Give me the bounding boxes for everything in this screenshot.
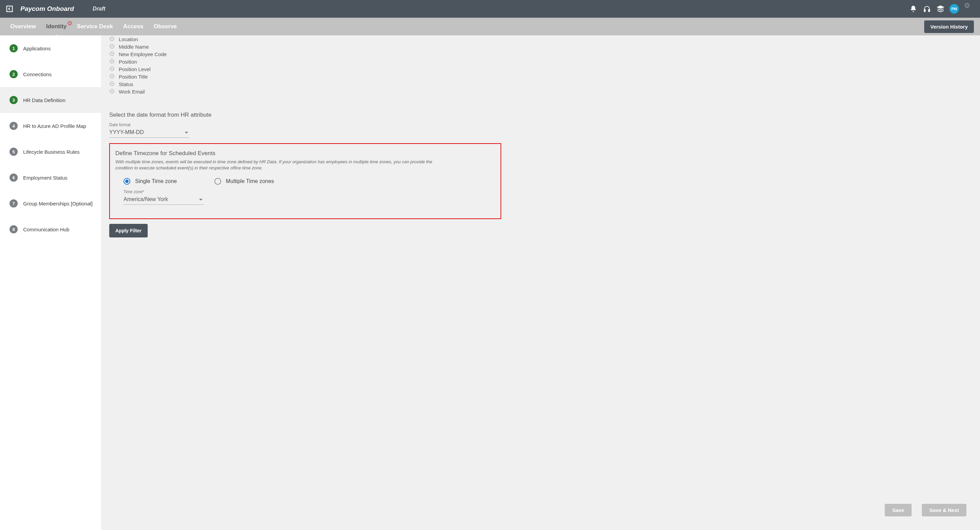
sidebar-step-connections[interactable]: 2 Connections bbox=[0, 61, 101, 87]
timezone-title: Define Timezone for Scheduled Events bbox=[115, 150, 495, 157]
attribute-name: New Employee Code bbox=[119, 51, 167, 57]
radio-icon bbox=[215, 178, 221, 185]
list-item: Middle Name bbox=[109, 43, 501, 50]
radio-icon bbox=[124, 178, 130, 185]
remove-icon[interactable] bbox=[109, 59, 115, 65]
step-badge: 3 bbox=[10, 96, 18, 104]
attribute-name: Location bbox=[119, 36, 138, 42]
step-badge: 6 bbox=[10, 173, 18, 182]
attribute-name: Work Email bbox=[119, 89, 145, 95]
remove-icon[interactable] bbox=[109, 44, 115, 50]
radio-label: Multiple Time zones bbox=[226, 178, 274, 184]
sidebar: 1 Applications 2 Connections 3 HR Data D… bbox=[0, 35, 101, 530]
remove-icon[interactable] bbox=[109, 36, 115, 42]
list-item: New Employee Code bbox=[109, 50, 501, 58]
footer-buttons: Save Save & Next bbox=[885, 504, 966, 516]
list-item: Position Level bbox=[109, 65, 501, 73]
svg-point-8 bbox=[69, 24, 70, 24]
date-format-value: YYYY-MM-DD bbox=[109, 129, 144, 135]
alert-icon bbox=[67, 21, 72, 25]
tab-observe[interactable]: Observe bbox=[150, 18, 181, 35]
radio-multiple-timezones[interactable]: Multiple Time zones bbox=[215, 178, 274, 185]
step-label: HR Data Definition bbox=[23, 97, 65, 103]
date-format-label: Date format bbox=[109, 122, 501, 127]
attribute-name: Status bbox=[119, 81, 134, 87]
chevron-down-icon bbox=[199, 199, 202, 201]
svg-rect-1 bbox=[924, 10, 926, 11]
svg-rect-2 bbox=[929, 10, 930, 11]
back-icon[interactable] bbox=[3, 2, 16, 16]
version-history-button[interactable]: Version History bbox=[924, 21, 974, 33]
step-badge: 4 bbox=[10, 122, 18, 130]
date-format-heading: Select the date format from HR attribute bbox=[109, 111, 501, 118]
sidebar-step-applications[interactable]: 1 Applications bbox=[0, 35, 101, 61]
sidebar-step-hr-data-definition[interactable]: 3 HR Data Definition bbox=[0, 87, 101, 113]
stack-icon[interactable] bbox=[934, 3, 947, 15]
remove-icon[interactable] bbox=[109, 51, 115, 57]
tab-identity-label: Identity bbox=[46, 23, 67, 30]
tab-overview[interactable]: Overview bbox=[6, 18, 40, 35]
step-label: Lifecycle Business Rules bbox=[23, 149, 80, 155]
attribute-name: Position bbox=[119, 59, 137, 65]
attribute-name: Middle Name bbox=[119, 44, 149, 50]
step-label: HR to Azure AD Profile Map bbox=[23, 123, 86, 129]
step-label: Connections bbox=[23, 71, 51, 77]
main-panel: Location Middle Name New Employee Code P… bbox=[101, 35, 980, 530]
remove-icon[interactable] bbox=[109, 81, 115, 87]
remove-icon[interactable] bbox=[109, 89, 115, 95]
step-label: Employment Status bbox=[23, 175, 67, 181]
bell-icon[interactable] bbox=[907, 3, 920, 15]
svg-rect-0 bbox=[7, 6, 13, 12]
radio-single-timezone[interactable]: Single Time zone bbox=[124, 178, 177, 185]
radio-label: Single Time zone bbox=[135, 178, 177, 184]
timezone-select[interactable]: America/New York bbox=[124, 195, 204, 205]
sidebar-step-communication-hub[interactable]: 8 Communication Hub bbox=[0, 216, 101, 242]
sidebar-step-lifecycle-rules[interactable]: 5 Lifecycle Business Rules bbox=[0, 139, 101, 165]
draft-status: Draft bbox=[92, 6, 105, 12]
attribute-list: Location Middle Name New Employee Code P… bbox=[109, 35, 501, 95]
avatar[interactable]: PM bbox=[950, 4, 959, 14]
step-badge: 8 bbox=[10, 225, 18, 233]
app-title: Paycom Onboard bbox=[21, 5, 74, 13]
step-badge: 1 bbox=[10, 44, 18, 52]
remove-icon[interactable] bbox=[109, 66, 115, 72]
date-format-select[interactable]: YYYY-MM-DD bbox=[109, 128, 189, 138]
list-item: Position Title bbox=[109, 73, 501, 80]
list-item: Status bbox=[109, 80, 501, 88]
attribute-name: Position Title bbox=[119, 74, 148, 79]
sidebar-step-group-memberships[interactable]: 7 Group Memberships [Optional] bbox=[0, 190, 101, 216]
step-badge: 7 bbox=[10, 199, 18, 208]
attribute-name: Position Level bbox=[119, 66, 150, 72]
step-badge: 5 bbox=[10, 148, 18, 156]
tab-service-desk[interactable]: Service Desk bbox=[73, 18, 117, 35]
step-label: Communication Hub bbox=[23, 227, 69, 232]
list-item: Position bbox=[109, 58, 501, 65]
save-button[interactable]: Save bbox=[885, 504, 912, 516]
app-header: Paycom Onboard Draft PM bbox=[0, 0, 980, 18]
timezone-field-label: Time zone* bbox=[124, 189, 495, 194]
list-item: Work Email bbox=[109, 88, 501, 95]
step-label: Applications bbox=[23, 46, 51, 51]
step-badge: 2 bbox=[10, 70, 18, 78]
timezone-section: Define Timezone for Scheduled Events Wit… bbox=[109, 143, 501, 219]
sidebar-step-hr-azure-map[interactable]: 4 HR to Azure AD Profile Map bbox=[0, 113, 101, 139]
tab-identity[interactable]: Identity bbox=[42, 18, 71, 35]
timezone-description: With multiple time zones, events will be… bbox=[115, 159, 435, 171]
info-icon[interactable] bbox=[961, 0, 973, 11]
sidebar-step-employment-status[interactable]: 6 Employment Status bbox=[0, 165, 101, 190]
save-next-button[interactable]: Save & Next bbox=[922, 504, 966, 516]
list-item: Location bbox=[109, 35, 501, 43]
step-label: Group Memberships [Optional] bbox=[23, 201, 92, 206]
timezone-value: America/New York bbox=[124, 196, 168, 202]
remove-icon[interactable] bbox=[109, 73, 115, 79]
tab-bar: Overview Identity Service Desk Access Ob… bbox=[0, 18, 980, 35]
apply-filter-button[interactable]: Apply Filter bbox=[109, 224, 148, 238]
tab-access[interactable]: Access bbox=[119, 18, 148, 35]
headphones-icon[interactable] bbox=[921, 3, 933, 15]
chevron-down-icon bbox=[185, 132, 188, 134]
